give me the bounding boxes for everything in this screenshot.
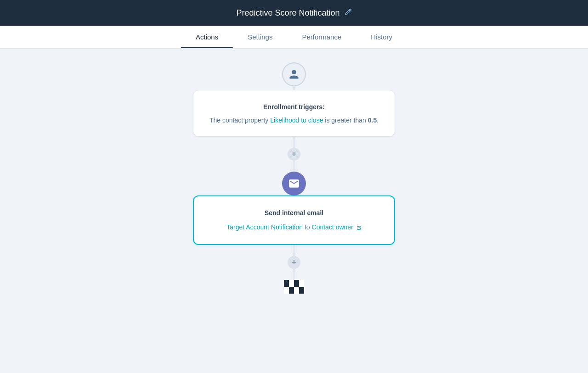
edit-icon[interactable]: [345, 8, 352, 17]
action-icon-wrap: [282, 172, 306, 195]
nav-tabs: Actions Settings Performance History: [0, 26, 588, 49]
tab-history[interactable]: History: [356, 26, 407, 48]
workflow-canvas: Enrollment triggers: The contact propert…: [0, 49, 588, 373]
add-step-button-1[interactable]: +: [288, 148, 300, 161]
tab-actions[interactable]: Actions: [181, 26, 233, 48]
tab-settings[interactable]: Settings: [233, 26, 287, 48]
top-header: Predictive Score Notification: [0, 0, 588, 26]
likelihood-to-close-link[interactable]: Likelihood to close: [270, 117, 323, 124]
action-card-body: Target Account Notification to Contact o…: [209, 222, 379, 233]
contact-owner-link[interactable]: Contact owner: [312, 223, 362, 231]
connector-line-5: [294, 245, 294, 256]
page-title: Predictive Score Notification: [236, 8, 339, 18]
end-node: [284, 280, 304, 294]
email-icon: [288, 178, 300, 189]
add-step-button-2[interactable]: +: [288, 256, 300, 269]
person-icon: [288, 69, 300, 80]
trigger-card-title: Enrollment triggers:: [208, 103, 380, 111]
trigger-card[interactable]: Enrollment triggers: The contact propert…: [193, 90, 395, 137]
action-connector-text: to: [305, 223, 312, 231]
action-card-title: Send internal email: [209, 209, 379, 217]
target-account-notification-link[interactable]: Target Account Notification: [226, 223, 303, 231]
trigger-body-prefix: The contact property: [209, 117, 270, 124]
header-title-group: Predictive Score Notification: [236, 8, 351, 18]
trigger-body-suffix: is greater than: [323, 117, 368, 124]
action-card[interactable]: Send internal email Target Account Notif…: [193, 195, 395, 245]
trigger-value: 0.5: [368, 117, 377, 124]
connector-line-3: [294, 161, 294, 172]
connector-line-2: [294, 137, 294, 148]
tab-performance[interactable]: Performance: [287, 26, 356, 48]
trigger-card-body: The contact property Likelihood to close…: [208, 115, 380, 125]
external-link-icon-2: [356, 225, 362, 231]
flow-container: Enrollment triggers: The contact propert…: [0, 62, 588, 294]
checkered-flag: [284, 280, 304, 294]
trigger-icon-wrap: [282, 62, 306, 86]
trigger-period: .: [377, 117, 379, 124]
connector-line-6: [294, 269, 294, 280]
